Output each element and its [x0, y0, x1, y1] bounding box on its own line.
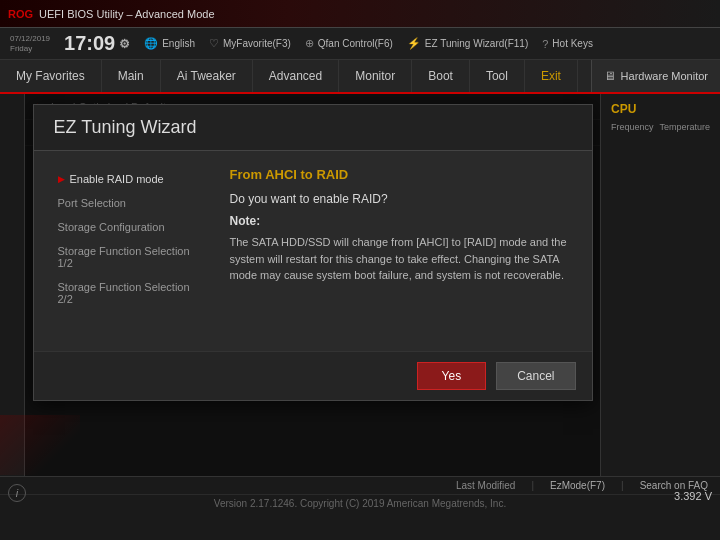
ez-wizard-steps: ▶ Enable RAID mode Port Selection Storag… — [50, 167, 210, 335]
language-selector[interactable]: 🌐 English — [144, 37, 195, 50]
nav-bar: My Favorites Main Ai Tweaker Advanced Mo… — [0, 60, 720, 94]
wand-icon: ⚡ — [407, 37, 421, 50]
ez-step-0[interactable]: ▶ Enable RAID mode — [50, 167, 210, 191]
copyright-text: Version 2.17.1246. Copyright (C) 2019 Am… — [214, 498, 506, 509]
hardware-monitor-label: Hardware Monitor — [621, 70, 708, 82]
bottom-bar: Last Modified | EzMode(F7) | Search on F… — [0, 476, 720, 512]
ez-wizard-overlay: EZ Tuning Wizard ▶ Enable RAID mode Port… — [25, 94, 600, 476]
bottom-copyright: Version 2.17.1246. Copyright (C) 2019 Am… — [0, 495, 720, 512]
ez-step-3[interactable]: Storage Function Selection 1/2 — [50, 239, 210, 275]
language-icon: 🌐 — [144, 37, 158, 50]
language-text: English — [162, 38, 195, 49]
my-favorite-button[interactable]: ♡ MyFavorite(F3) — [209, 37, 291, 50]
nav-monitor[interactable]: Monitor — [339, 60, 412, 92]
hot-keys-button[interactable]: ? Hot Keys — [542, 38, 593, 50]
nav-my-favorites[interactable]: My Favorites — [0, 60, 102, 92]
ez-question: Do you want to enable RAID? — [230, 192, 576, 206]
ez-step-1[interactable]: Port Selection — [50, 191, 210, 215]
last-modified-label: Last Modified — [456, 480, 515, 491]
right-hardware-monitor: CPU Frequency Temperature — [600, 94, 720, 476]
ez-wizard-body: ▶ Enable RAID mode Port Selection Storag… — [34, 151, 592, 351]
hw-freq-temp-labels: Frequency Temperature — [605, 120, 716, 134]
hardware-monitor-tab[interactable]: 🖥 Hardware Monitor — [591, 60, 720, 92]
hw-temp-label: Temperature — [659, 122, 710, 132]
cancel-button[interactable]: Cancel — [496, 362, 575, 390]
separator2: | — [621, 480, 624, 491]
ez-tuning-button[interactable]: ⚡ EZ Tuning Wizard(F11) — [407, 37, 528, 50]
key-icon: ? — [542, 38, 548, 50]
gear-icon[interactable]: ⚙ — [119, 37, 130, 51]
nav-exit[interactable]: Exit — [525, 60, 578, 92]
datetime-area: 07/12/2019 Friday — [10, 34, 50, 53]
title-bar-text: UEFI BIOS Utility – Advanced Mode — [39, 8, 214, 20]
nav-boot[interactable]: Boot — [412, 60, 470, 92]
ez-mode-button[interactable]: EzMode(F7) — [550, 480, 605, 491]
step-arrow-0: ▶ — [58, 174, 65, 184]
nav-main[interactable]: Main — [102, 60, 161, 92]
nav-ai-tweaker[interactable]: Ai Tweaker — [161, 60, 253, 92]
separator1: | — [531, 480, 534, 491]
time-text: 17:09 — [64, 32, 115, 55]
heart-icon: ♡ — [209, 37, 219, 50]
qfan-label: Qfan Control(F6) — [318, 38, 393, 49]
ez-wizard-modal: EZ Tuning Wizard ▶ Enable RAID mode Port… — [33, 104, 593, 401]
info-bar: 07/12/2019 Friday 17:09 ⚙ 🌐 English ♡ My… — [0, 28, 720, 60]
time-display: 17:09 ⚙ — [64, 32, 130, 55]
ez-step-2[interactable]: Storage Configuration — [50, 215, 210, 239]
hot-keys-label: Hot Keys — [552, 38, 593, 49]
ez-wizard-header: EZ Tuning Wizard — [34, 105, 592, 151]
date-text: 07/12/2019 — [10, 34, 50, 44]
hw-freq-label: Frequency — [611, 122, 654, 132]
monitor-icon: 🖥 — [604, 69, 616, 83]
rog-logo: ROG — [8, 8, 33, 20]
hw-cpu-title: CPU — [605, 98, 716, 120]
yes-button[interactable]: Yes — [417, 362, 487, 390]
nav-advanced[interactable]: Advanced — [253, 60, 339, 92]
title-bar: ROG UEFI BIOS Utility – Advanced Mode — [0, 0, 720, 28]
bottom-row-links: Last Modified | EzMode(F7) | Search on F… — [0, 477, 720, 495]
qfan-control-button[interactable]: ⊕ Qfan Control(F6) — [305, 37, 393, 50]
nav-tool[interactable]: Tool — [470, 60, 525, 92]
ez-note-label: Note: — [230, 214, 576, 228]
ez-tuning-label: EZ Tuning Wizard(F11) — [425, 38, 528, 49]
left-panel — [0, 94, 25, 476]
voltage-display: 3.392 V — [674, 490, 712, 502]
ez-wizard-footer: Yes Cancel — [34, 351, 592, 400]
ez-wizard-content: From AHCI to RAID Do you want to enable … — [230, 167, 576, 335]
ez-section-title: From AHCI to RAID — [230, 167, 576, 182]
main-panel: ▶ Load Optimized Defaults ▶ Save Changes… — [25, 94, 600, 476]
ez-note-text: The SATA HDD/SSD will change from [AHCI]… — [230, 234, 576, 284]
content-area: ▶ Load Optimized Defaults ▶ Save Changes… — [0, 94, 720, 476]
ez-wizard-title: EZ Tuning Wizard — [54, 117, 572, 138]
info-icon[interactable]: i — [8, 484, 26, 502]
ez-step-4[interactable]: Storage Function Selection 2/2 — [50, 275, 210, 311]
my-favorite-label: MyFavorite(F3) — [223, 38, 291, 49]
fan-icon: ⊕ — [305, 37, 314, 50]
day-text: Friday — [10, 44, 50, 54]
